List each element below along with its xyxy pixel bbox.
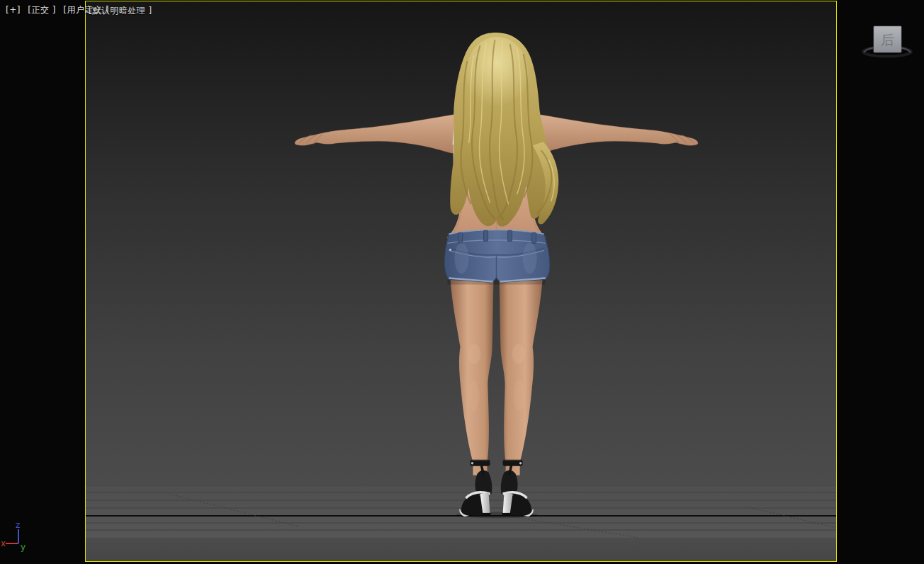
y-axis-label: y [21,542,26,552]
denim-shorts [444,230,550,282]
ground-grid [86,484,836,561]
right-buckle [519,462,522,464]
left-heel-tip [482,513,491,516]
left-buckle [471,462,473,464]
viewport-general-menu[interactable]: [+] [6,5,21,15]
right-heel-tip [502,513,512,516]
viewcube-face-label[interactable]: 后 [881,32,894,47]
rivet [449,249,451,251]
viewport-pov-menu[interactable]: [正交 ] [28,5,56,15]
scene-3d [86,1,836,561]
application-canvas: [+] [正交 ] [用户定义 ] [默认明暗处理 ] [0,0,924,564]
z-axis-label: z [16,520,20,530]
x-axis-label: x [1,538,6,548]
viewport-shading-menu[interactable]: [默认明暗处理 ] [89,5,152,17]
viewcube[interactable]: 后 [860,24,914,64]
world-axis-gizmo: x z y [0,520,37,557]
viewport-back-orthographic[interactable]: [默认明暗处理 ] [85,1,837,562]
